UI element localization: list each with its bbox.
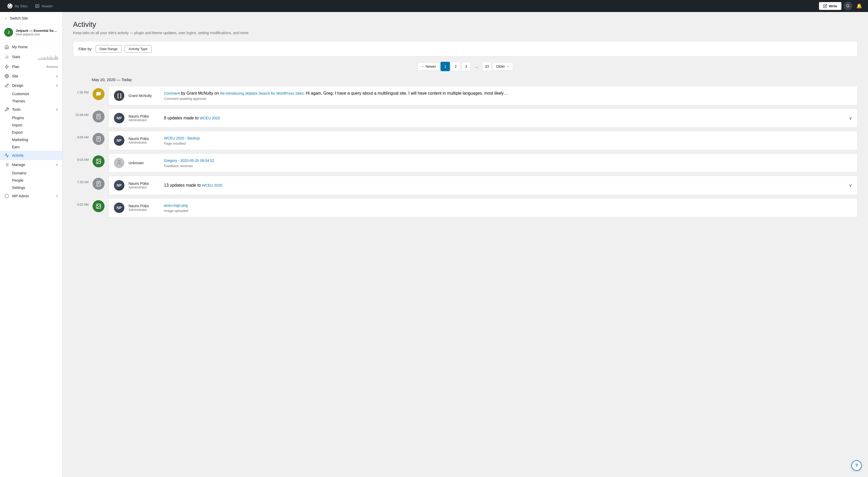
sidebar-item-import[interactable]: Import (12, 122, 62, 129)
activity-second-link-1[interactable]: WCEU 2020 (200, 116, 220, 120)
wp-admin-icon (4, 193, 9, 199)
write-button[interactable]: Write (819, 2, 841, 10)
pagination: ← Newer 1 2 3 … 33 Older → (73, 62, 858, 71)
themes-label: Themes (12, 99, 25, 103)
icon-col-4 (92, 176, 105, 195)
domains-label: Domains (12, 171, 26, 175)
sidebar-item-site[interactable]: Site ∨ (0, 71, 62, 81)
switch-site-button[interactable]: ← Switch Site (0, 12, 62, 25)
design-submenu: Customize Themes (0, 90, 62, 105)
activity-second-link-4[interactable]: WCEU 2020 (202, 183, 222, 187)
design-icon (4, 83, 9, 88)
date-section: May 20, 2020 — Today 1:36 PM [] (73, 77, 858, 221)
activity-card-0: [] Grant McNulty Comment by Grant McNult… (108, 86, 858, 105)
activity-link-0[interactable]: Comment (164, 91, 180, 95)
page-3-button[interactable]: 3 (461, 62, 471, 71)
sidebar-item-customize[interactable]: Customize (12, 90, 62, 97)
older-button[interactable]: Older → (493, 63, 513, 70)
sidebar-item-plan[interactable]: Plan Business (0, 62, 62, 71)
user-avatar-1: NP (114, 113, 124, 123)
activity-second-link-0[interactable]: Re-introducing Jetpack Search for WordPr… (220, 91, 303, 95)
icon-col-3 (92, 153, 105, 172)
export-label: Export (12, 130, 23, 134)
site-nav-icon (4, 73, 9, 79)
newer-button[interactable]: ← Newer (417, 63, 439, 70)
user-avatar-top[interactable]: G (843, 2, 852, 10)
activity-link-2[interactable]: WCEU 2020 - Backup (164, 136, 200, 140)
activity-link-3[interactable]: Gregory - 2020-05-20 08:04:52 (164, 158, 214, 163)
wordpress-icon (7, 3, 12, 9)
activity-detail-1: 8 updates made to WCEU 2020 (164, 116, 844, 120)
app-layout: ← Switch Site J Jetpack — Essential Secu… (0, 12, 868, 477)
page-33-button[interactable]: 33 (482, 62, 492, 71)
user-name-0: Grant McNulty (128, 94, 160, 98)
upload-activity-icon (93, 200, 104, 212)
user-role-5: Administrator (128, 208, 160, 212)
manage-icon (4, 162, 9, 167)
activity-sub-0: Comment awaiting approval (164, 97, 852, 101)
site-label: Site (12, 74, 18, 78)
main-content: Activity Keep tabs on all your site's ac… (63, 12, 868, 477)
activity-type-filter-button[interactable]: Activity Type (125, 45, 151, 53)
user-avatar-4: NP (114, 180, 124, 191)
activity-link-5[interactable]: wceu-logo.png (164, 203, 188, 208)
manage-submenu: Domains People Settings (0, 169, 62, 191)
sidebar-item-my-home[interactable]: My Home (0, 42, 62, 52)
top-nav-right: Write G 🔔 (819, 1, 864, 11)
sidebar-item-export[interactable]: Export (12, 129, 62, 136)
user-name-5: Nauris Pūķis (128, 204, 160, 208)
sidebar-item-stats[interactable]: Stats (0, 52, 62, 62)
user-role-2: Administrator (128, 141, 160, 145)
back-arrow-icon: ← (4, 16, 8, 20)
page-2-button[interactable]: 2 (451, 62, 460, 71)
svg-point-17 (5, 194, 9, 198)
activity-sub-2: Page modified (164, 141, 852, 146)
update-activity-icon-1 (93, 110, 104, 123)
sidebar-item-themes[interactable]: Themes (12, 97, 62, 105)
reader-nav[interactable]: Reader (32, 2, 56, 10)
date-range-filter-button[interactable]: Date Range (96, 45, 121, 53)
activity-sub-3: Feedback received (164, 164, 852, 168)
expand-button-4[interactable]: ∨ (849, 183, 852, 188)
write-label: Write (829, 4, 837, 8)
manage-label: Manage (12, 163, 25, 167)
expand-button-1[interactable]: ∨ (849, 115, 852, 121)
help-button[interactable]: ? (851, 460, 862, 471)
sidebar-item-earn[interactable]: Earn (12, 144, 62, 151)
wp-admin-label: WP Admin (12, 194, 29, 198)
sidebar-item-tools[interactable]: Tools ∧ (0, 105, 62, 114)
site-name: Jetpack — Essential Security & (16, 29, 58, 33)
site-icon: J (4, 28, 13, 37)
sidebar-item-marketing[interactable]: Marketing (12, 136, 62, 144)
sidebar-item-activity[interactable]: Activity (0, 151, 62, 160)
sidebar-item-people[interactable]: People (12, 177, 62, 184)
page-1-button[interactable]: 1 (440, 62, 450, 71)
backup-activity-icon (93, 133, 104, 145)
activity-label: Activity (12, 153, 24, 157)
sidebar-item-manage[interactable]: Manage ∧ (0, 160, 62, 169)
icon-col-5 (92, 198, 105, 217)
sidebar-item-plugins[interactable]: Plugins (12, 114, 62, 122)
svg-point-34 (97, 205, 98, 206)
top-nav: My Sites Reader Write G 🔔 (0, 0, 868, 12)
time-col-0: 1:36 PM (73, 86, 92, 105)
page-description: Keep tabs on all your site's activity — … (73, 31, 858, 35)
marketing-label: Marketing (12, 138, 28, 142)
sidebar: ← Switch Site J Jetpack — Essential Secu… (0, 12, 63, 477)
user-name-2: Nauris Pūķis (128, 136, 160, 141)
sidebar-item-settings[interactable]: Settings (12, 184, 62, 191)
sidebar-item-domains[interactable]: Domains (12, 169, 62, 177)
plan-label: Plan (12, 65, 19, 69)
notifications-icon[interactable]: 🔔 (855, 1, 864, 11)
my-sites-nav[interactable]: My Sites (4, 2, 31, 10)
activity-item-3: 8:04 AM Unknown (73, 153, 858, 172)
import-label: Import (12, 123, 23, 127)
sidebar-item-wp-admin[interactable]: WP Admin ↗ (0, 191, 62, 201)
plugins-label: Plugins (12, 116, 24, 120)
sidebar-item-design[interactable]: Design ∧ (0, 81, 62, 90)
time-2: 8:56 AM (77, 131, 89, 139)
time-3: 8:04 AM (77, 153, 89, 162)
external-link-icon: ↗ (56, 194, 58, 198)
my-sites-label: My Sites (14, 4, 28, 8)
activity-detail-4: 13 updates made to WCEU 2020 (164, 183, 844, 188)
